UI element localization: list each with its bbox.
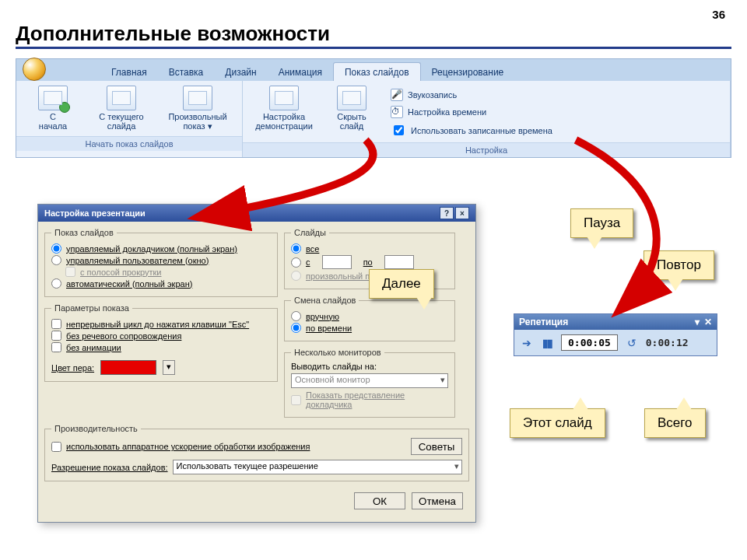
- fs-show-type: Показ слайдов управляемый докладчиком (п…: [44, 228, 278, 297]
- opt-use-timings[interactable]: Использовать записанные времена: [391, 123, 552, 138]
- group-title-setup: Настройка: [243, 142, 730, 157]
- btn-tips[interactable]: Советы: [411, 438, 462, 455]
- office-orb[interactable]: [23, 58, 46, 81]
- radio-kiosk[interactable]: автоматический (полный экран): [51, 278, 271, 289]
- opt-record-audio[interactable]: 🎤Звукозапись: [391, 89, 552, 101]
- resolution-select[interactable]: Использовать текущее разрешение: [173, 460, 462, 474]
- tab-review[interactable]: Рецензирование: [421, 63, 515, 81]
- btn-hide-slide[interactable]: Скрыть слайд: [328, 86, 375, 138]
- btn-cancel[interactable]: Отмена: [412, 492, 463, 509]
- page-number: 36: [712, 8, 725, 21]
- to-spin[interactable]: [384, 255, 414, 269]
- tab-animation[interactable]: Анимация: [268, 63, 333, 81]
- rehearsal-min-icon[interactable]: ▾: [695, 317, 700, 327]
- lg-monitors: Несколько мониторов: [291, 348, 384, 357]
- tab-home[interactable]: Главная: [100, 63, 158, 81]
- radio-presenter[interactable]: управляемый докладчиком (полный экран): [51, 243, 271, 254]
- page-title: Дополнительные возможности: [16, 23, 731, 44]
- from-spin[interactable]: [322, 255, 352, 269]
- title-rule: [16, 47, 731, 49]
- ribbon: Главная Вставка Дизайн Анимация Показ сл…: [16, 58, 731, 158]
- dialog-close-icon[interactable]: ×: [455, 207, 469, 219]
- chk-no-narration[interactable]: без речевого сопровождения: [51, 331, 271, 341]
- lg-show-type: Показ слайдов: [51, 228, 117, 237]
- mic-icon: 🎤: [391, 89, 403, 101]
- pen-color-swatch[interactable]: [100, 360, 156, 375]
- group-setup: Настройка демонстрации Скрыть слайд 🎤Зву…: [243, 81, 731, 157]
- dialog-setup-show: Настройка презентации ?× Показ слайдов у…: [37, 204, 476, 523]
- btn-ok[interactable]: ОК: [354, 492, 405, 509]
- btn-from-current[interactable]: С текущего слайда: [93, 86, 150, 131]
- radio-all-slides[interactable]: все: [291, 243, 448, 254]
- tab-insert[interactable]: Вставка: [158, 63, 215, 81]
- repeat-icon[interactable]: ↺: [626, 337, 638, 349]
- radio-slide-range[interactable]: с по: [291, 255, 448, 269]
- btn-setup-show[interactable]: Настройка демонстрации: [251, 86, 317, 138]
- chk-hw-accel[interactable]: использовать аппаратное ускорение обрабо…: [51, 442, 310, 452]
- monitor-select: Основной монитор: [291, 373, 448, 388]
- resolution-label: Разрешение показа слайдов:: [51, 463, 168, 472]
- lg-show-options: Параметры показа: [51, 303, 132, 313]
- ribbon-tabs: Главная Вставка Дизайн Анимация Показ сл…: [16, 59, 731, 81]
- dialog-title: Настройка презентации: [44, 208, 146, 218]
- pause-icon[interactable]: ▮▮: [541, 337, 553, 349]
- lg-advance: Смена слайдов: [291, 296, 359, 305]
- callout-this-slide: Этот слайд: [510, 408, 605, 438]
- chk-scrollbar: с полосой прокрутки: [65, 267, 271, 277]
- fs-performance: Производительность использовать аппаратн…: [44, 424, 469, 481]
- lg-perf: Производительность: [51, 424, 141, 433]
- group-title-start: Начать показ слайдов: [16, 136, 242, 151]
- current-time: 0:00:05: [561, 334, 618, 351]
- radio-browsed[interactable]: управляемый пользователем (окно): [51, 255, 271, 265]
- chk-no-animation[interactable]: без анимации: [51, 342, 271, 352]
- callout-next: Далее: [369, 269, 434, 299]
- clock-icon: ⏱: [391, 106, 403, 118]
- dialog-help-icon[interactable]: ?: [440, 207, 454, 219]
- radio-advance-timings[interactable]: по времени: [291, 323, 448, 333]
- opt-rehearse-timings[interactable]: ⏱Настройка времени: [391, 106, 552, 118]
- callout-repeat: Повтор: [644, 250, 714, 280]
- btn-from-beginning[interactable]: С начала: [24, 86, 82, 131]
- rehearsal-close-icon[interactable]: ✕: [704, 317, 712, 327]
- callout-total: Всего: [644, 408, 706, 438]
- total-time: 0:00:12: [646, 337, 689, 348]
- chk-loop[interactable]: непрерывный цикл до нажатия клавиши "Esc…: [51, 319, 271, 329]
- tab-design[interactable]: Дизайн: [214, 63, 267, 81]
- monitor-output-label: Выводить слайды на:: [291, 362, 448, 371]
- tab-slideshow[interactable]: Показ слайдов: [333, 62, 421, 81]
- lg-slides: Слайды: [291, 228, 329, 237]
- chk-use-timings[interactable]: [394, 125, 404, 135]
- radio-advance-manual[interactable]: вручную: [291, 311, 448, 321]
- pen-color-label: Цвет пера:: [51, 363, 94, 373]
- btn-custom-show[interactable]: Произвольный показ ▾: [161, 86, 234, 131]
- pen-color-dd[interactable]: ▾: [163, 360, 175, 375]
- fs-monitors: Несколько мониторов Выводить слайды на: …: [284, 348, 455, 418]
- chk-presenter-view: Показать представление докладчика: [291, 390, 448, 409]
- next-icon[interactable]: ➔: [521, 337, 533, 349]
- group-start-slideshow: С начала С текущего слайда Произвольный …: [16, 81, 243, 157]
- fs-show-options: Параметры показа непрерывный цикл до наж…: [44, 303, 278, 382]
- rehearsal-title: Репетиция: [519, 317, 568, 327]
- callout-pause: Пауза: [570, 208, 633, 238]
- rehearsal-toolbar: Репетиция ▾✕ ➔ ▮▮ 0:00:05 ↺ 0:00:12: [514, 313, 717, 356]
